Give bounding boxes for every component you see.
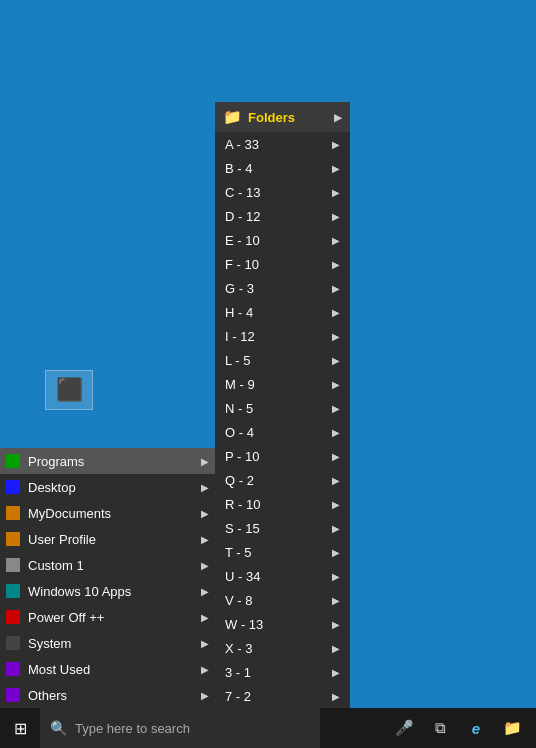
folder-item[interactable]: L - 5▶ [215, 348, 350, 372]
folder-item[interactable]: M - 9▶ [215, 372, 350, 396]
mostused-arrow: ▶ [201, 664, 209, 675]
folder-item-label: B - 4 [225, 161, 332, 176]
folder-item[interactable]: G - 3▶ [215, 276, 350, 300]
sidebar-item-desktop[interactable]: Desktop ▶ [0, 474, 215, 500]
system-label: System [28, 636, 201, 651]
folder-item-label: N - 5 [225, 401, 332, 416]
programs-arrow: ▶ [201, 456, 209, 467]
folder-item-arrow: ▶ [332, 403, 340, 414]
explorer-icon[interactable]: 📁 [496, 708, 528, 748]
mydocuments-arrow: ▶ [201, 508, 209, 519]
search-box[interactable]: 🔍 Type here to search [40, 708, 320, 748]
folder-item-arrow: ▶ [332, 643, 340, 654]
sidebar-item-mydocuments[interactable]: MyDocuments ▶ [0, 500, 215, 526]
folder-item-label: C - 13 [225, 185, 332, 200]
task-view-icon[interactable]: ⧉ [424, 708, 456, 748]
left-menu: Programs ▶ Desktop ▶ MyDocuments ▶ User … [0, 448, 215, 708]
folder-item[interactable]: E - 10▶ [215, 228, 350, 252]
folder-item-label: W - 13 [225, 617, 332, 632]
folder-item[interactable]: O - 4▶ [215, 420, 350, 444]
desktop-icon: ⬛ [45, 370, 93, 413]
sidebar-item-poweroff[interactable]: Power Off ++ ▶ [0, 604, 215, 630]
folder-item-label: F - 10 [225, 257, 332, 272]
folder-item[interactable]: B - 4▶ [215, 156, 350, 180]
folder-item[interactable]: C - 13▶ [215, 180, 350, 204]
folder-item[interactable]: S - 15▶ [215, 516, 350, 540]
folder-item[interactable]: 3 - 1▶ [215, 660, 350, 684]
folder-item[interactable]: U - 34▶ [215, 564, 350, 588]
folder-item-label: A - 33 [225, 137, 332, 152]
sidebar-item-others[interactable]: Others ▶ [0, 682, 215, 708]
mydocuments-label: MyDocuments [28, 506, 201, 521]
start-button[interactable]: ⊞ [0, 708, 40, 748]
folder-item[interactable]: N - 5▶ [215, 396, 350, 420]
windows10apps-color [6, 584, 20, 598]
folder-item-label: T - 5 [225, 545, 332, 560]
folders-header: 📁 Folders ▶ [215, 102, 350, 132]
windows10apps-arrow: ▶ [201, 586, 209, 597]
folder-item-label: V - 8 [225, 593, 332, 608]
folder-item[interactable]: R - 10▶ [215, 492, 350, 516]
folder-item[interactable]: T - 5▶ [215, 540, 350, 564]
sidebar-item-programs[interactable]: Programs ▶ [0, 448, 215, 474]
folder-item[interactable]: W - 13▶ [215, 612, 350, 636]
folder-item-arrow: ▶ [332, 571, 340, 582]
others-arrow: ▶ [201, 690, 209, 701]
folder-item-label: L - 5 [225, 353, 332, 368]
sidebar-item-custom1[interactable]: Custom 1 ▶ [0, 552, 215, 578]
custom1-color [6, 558, 20, 572]
sidebar-item-user-profile[interactable]: User Profile ▶ [0, 526, 215, 552]
folder-item-arrow: ▶ [332, 235, 340, 246]
folders-header-arrow: ▶ [334, 112, 342, 123]
folder-item-arrow: ▶ [332, 667, 340, 678]
edge-icon[interactable]: e [460, 708, 492, 748]
folders-menu: 📁 Folders ▶ A - 33▶B - 4▶C - 13▶D - 12▶E… [215, 102, 350, 708]
desktop-arrow: ▶ [201, 482, 209, 493]
folder-item-arrow: ▶ [332, 547, 340, 558]
folder-item-label: D - 12 [225, 209, 332, 224]
folder-item[interactable]: P - 10▶ [215, 444, 350, 468]
folder-item-label: M - 9 [225, 377, 332, 392]
sidebar-item-mostused[interactable]: Most Used ▶ [0, 656, 215, 682]
mostused-color [6, 662, 20, 676]
folder-item-label: X - 3 [225, 641, 332, 656]
userprofile-label: User Profile [28, 532, 201, 547]
folder-item-label: S - 15 [225, 521, 332, 536]
folder-item-label: U - 34 [225, 569, 332, 584]
poweroff-color [6, 610, 20, 624]
folder-item-arrow: ▶ [332, 163, 340, 174]
desktop-label: Desktop [28, 480, 201, 495]
folder-item[interactable]: Q - 2▶ [215, 468, 350, 492]
sidebar-item-windows10apps[interactable]: Windows 10 Apps ▶ [0, 578, 215, 604]
folder-item-arrow: ▶ [332, 691, 340, 702]
folder-item-label: R - 10 [225, 497, 332, 512]
folder-item-arrow: ▶ [332, 595, 340, 606]
folder-item-arrow: ▶ [332, 283, 340, 294]
folder-item[interactable]: D - 12▶ [215, 204, 350, 228]
folder-item[interactable]: H - 4▶ [215, 300, 350, 324]
folder-item-label: E - 10 [225, 233, 332, 248]
folder-item[interactable]: V - 8▶ [215, 588, 350, 612]
folder-item[interactable]: F - 10▶ [215, 252, 350, 276]
folder-item-label: G - 3 [225, 281, 332, 296]
folder-item[interactable]: A - 33▶ [215, 132, 350, 156]
folder-item-arrow: ▶ [332, 379, 340, 390]
folder-item[interactable]: X - 3▶ [215, 636, 350, 660]
desktop-icon-image: ⬛ [45, 370, 93, 410]
folder-item[interactable]: I - 12▶ [215, 324, 350, 348]
folders-list: A - 33▶B - 4▶C - 13▶D - 12▶E - 10▶F - 10… [215, 132, 350, 708]
windows10apps-label: Windows 10 Apps [28, 584, 201, 599]
search-icon: 🔍 [50, 720, 67, 736]
programs-label: Programs [28, 454, 201, 469]
sidebar-item-system[interactable]: System ▶ [0, 630, 215, 656]
folder-item-arrow: ▶ [332, 259, 340, 270]
microphone-icon[interactable]: 🎤 [388, 708, 420, 748]
userprofile-arrow: ▶ [201, 534, 209, 545]
search-placeholder: Type here to search [75, 721, 190, 736]
folder-item-label: P - 10 [225, 449, 332, 464]
mostused-label: Most Used [28, 662, 201, 677]
folder-item-label: 3 - 1 [225, 665, 332, 680]
folder-item[interactable]: 7 - 2▶ [215, 684, 350, 708]
folder-item-arrow: ▶ [332, 619, 340, 630]
folders-title: Folders [248, 110, 334, 125]
